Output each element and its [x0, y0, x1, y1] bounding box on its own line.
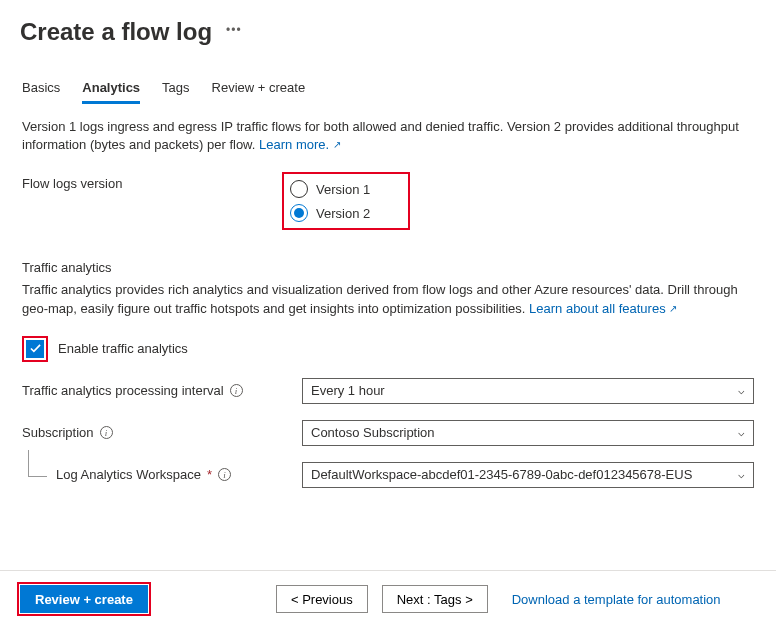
workspace-label: Log Analytics Workspace * i	[56, 467, 302, 482]
traffic-description: Traffic analytics provides rich analytic…	[22, 281, 754, 317]
external-link-icon: ↗	[333, 138, 341, 152]
version-desc-text: Version 1 logs ingress and egress IP tra…	[22, 119, 739, 152]
subscription-label: Subscription i	[22, 425, 302, 440]
workspace-select[interactable]: DefaultWorkspace-abcdef01-2345-6789-0abc…	[302, 462, 754, 488]
select-value: Every 1 hour	[311, 383, 385, 398]
enable-traffic-label: Enable traffic analytics	[58, 341, 188, 356]
radio-version-1[interactable]: Version 1	[290, 180, 370, 198]
review-create-button[interactable]: Review + create	[20, 585, 148, 613]
learn-features-link[interactable]: Learn about all features ↗	[529, 301, 677, 316]
chevron-down-icon: ⌵	[738, 384, 745, 397]
select-value: DefaultWorkspace-abcdef01-2345-6789-0abc…	[311, 467, 692, 482]
tab-review[interactable]: Review + create	[212, 80, 306, 104]
learn-more-link[interactable]: Learn more. ↗	[259, 137, 341, 152]
flow-version-label: Flow logs version	[22, 172, 282, 191]
enable-traffic-checkbox[interactable]	[26, 340, 44, 358]
info-icon[interactable]: i	[230, 384, 243, 397]
external-link-icon: ↗	[669, 302, 677, 316]
page-title: Create a flow log	[20, 18, 212, 46]
radio-version-2[interactable]: Version 2	[290, 204, 370, 222]
radio-label: Version 2	[316, 206, 370, 221]
radio-icon	[290, 180, 308, 198]
radio-label: Version 1	[316, 182, 370, 197]
chevron-down-icon: ⌵	[738, 426, 745, 439]
tab-tags[interactable]: Tags	[162, 80, 189, 104]
flow-version-radio-group: Version 1 Version 2	[282, 172, 410, 230]
checkmark-icon	[30, 343, 41, 354]
select-value: Contoso Subscription	[311, 425, 435, 440]
more-icon[interactable]: •••	[226, 23, 242, 41]
previous-button[interactable]: < Previous	[276, 585, 368, 613]
tab-basics[interactable]: Basics	[22, 80, 60, 104]
tab-bar: Basics Analytics Tags Review + create	[0, 46, 776, 104]
info-icon[interactable]: i	[100, 426, 113, 439]
interval-select[interactable]: Every 1 hour ⌵	[302, 378, 754, 404]
interval-label: Traffic analytics processing interval i	[22, 383, 302, 398]
tab-analytics[interactable]: Analytics	[82, 80, 140, 104]
traffic-analytics-heading: Traffic analytics	[22, 260, 754, 275]
footer-bar: Review + create < Previous Next : Tags >…	[0, 570, 776, 627]
next-button[interactable]: Next : Tags >	[382, 585, 488, 613]
subscription-select[interactable]: Contoso Subscription ⌵	[302, 420, 754, 446]
chevron-down-icon: ⌵	[738, 468, 745, 481]
required-indicator: *	[207, 467, 212, 482]
info-icon[interactable]: i	[218, 468, 231, 481]
version-description: Version 1 logs ingress and egress IP tra…	[22, 118, 754, 154]
radio-icon	[290, 204, 308, 222]
download-template-link[interactable]: Download a template for automation	[512, 592, 721, 607]
